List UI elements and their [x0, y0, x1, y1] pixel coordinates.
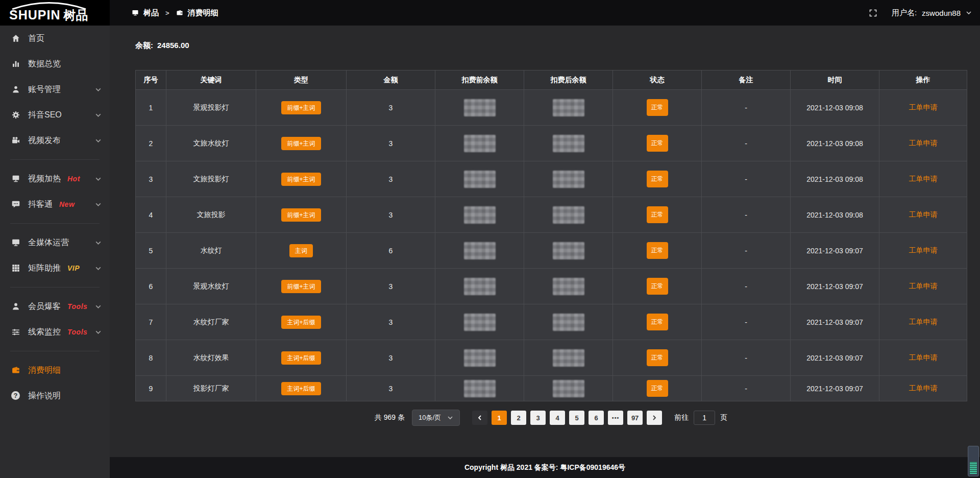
cell-index: 3 [136, 161, 166, 197]
cell-keyword: 文旅投影 [166, 197, 256, 233]
pager: 123456•••97 [472, 411, 662, 425]
goto-page-input[interactable] [694, 411, 715, 425]
cell-note: - [702, 126, 791, 161]
chevron-down-icon [95, 201, 102, 208]
status-badge: 正常 [647, 380, 668, 397]
sidebar-item-tag: Tools [67, 302, 87, 310]
logo-text-en: SHUPIN [9, 8, 60, 22]
page-size-select[interactable]: 10条/页 [412, 410, 460, 426]
ticket-apply-link[interactable]: 工单申请 [909, 246, 938, 254]
cell-time: 2021-12-03 09:07 [791, 233, 879, 269]
page-button-97[interactable]: 97 [627, 411, 643, 425]
cell-keyword: 水纹灯厂家 [166, 304, 256, 340]
username-value[interactable]: zswodun88 [922, 9, 961, 17]
sidebar-item-douketong[interactable]: 抖客通New [0, 192, 110, 217]
type-badge: 前缀+主词 [281, 208, 321, 222]
censored-balance-after [553, 171, 584, 188]
sidebar-item-data-overview[interactable]: 数据总览 [0, 51, 110, 77]
user-chevron-down-icon[interactable] [966, 10, 972, 16]
fullscreen-icon[interactable] [869, 9, 877, 17]
topbar: SHUPIN 树品 树品 > 消费明细 用户名: zswodun88 [0, 0, 980, 26]
column-header: 状态 [613, 70, 702, 90]
page-button-2[interactable]: 2 [511, 411, 526, 425]
type-badge: 前缀+主词 [281, 173, 321, 186]
page-button-3[interactable]: 3 [530, 411, 546, 425]
cell-time: 2021-12-03 09:07 [791, 340, 879, 376]
user2-icon [11, 302, 20, 311]
prev-page-button[interactable] [472, 411, 487, 425]
cell-note: - [702, 340, 791, 376]
sidebar-item-label: 线索监控 [28, 327, 61, 338]
cell-keyword: 投影灯厂家 [166, 376, 256, 401]
heat-icon [11, 174, 20, 183]
sidebar-item-matrix-boost[interactable]: 矩阵助推VIP [0, 255, 110, 281]
sidebar-item-tag: Hot [67, 175, 80, 183]
breadcrumb: 树品 > 消费明细 [132, 8, 218, 18]
sidebar-item-douyin-seo[interactable]: 抖音SEO [0, 102, 110, 128]
breadcrumb-wallet-icon [176, 9, 183, 16]
floating-chat-widget[interactable] [968, 446, 979, 476]
ticket-apply-link[interactable]: 工单申请 [909, 139, 938, 147]
page-button-5[interactable]: 5 [569, 411, 584, 425]
chevron-down-icon [95, 240, 102, 246]
table-row: 4文旅投影前缀+主词3正常-2021-12-03 09:08工单申请 [136, 197, 967, 233]
cell-amount: 3 [347, 376, 435, 401]
sidebar-item-tag: VIP [67, 264, 80, 272]
cell-note: - [702, 304, 791, 340]
sidebar-item-tag: New [59, 200, 75, 208]
monitor-icon [11, 238, 20, 247]
status-badge: 正常 [647, 242, 668, 259]
main-content: 余额: 24856.00 序号关键词类型金额扣费前余额扣费后余额状态备注时间操作… [110, 26, 980, 478]
sidebar-item-consume-detail[interactable]: 消费明细 [0, 357, 110, 383]
ticket-apply-link[interactable]: 工单申请 [909, 103, 938, 111]
cell-keyword: 文旅投影灯 [166, 161, 256, 197]
ticket-apply-link[interactable]: 工单申请 [909, 210, 938, 219]
cell-time: 2021-12-03 09:08 [791, 197, 879, 233]
chevron-down-icon [447, 415, 453, 421]
page-button-6[interactable]: 6 [589, 411, 604, 425]
ticket-apply-link[interactable]: 工单申请 [909, 175, 938, 183]
user-icon [11, 85, 20, 94]
chevron-down-icon [95, 86, 102, 93]
chart-icon [11, 59, 20, 68]
sidebar-item-all-media[interactable]: 全媒体运营 [0, 230, 110, 255]
sidebar-item-member-burst[interactable]: 会员爆客Tools [0, 294, 110, 319]
sidebar-item-lead-monitor[interactable]: 线索监控Tools [0, 319, 110, 345]
cell-time: 2021-12-03 09:08 [791, 126, 879, 161]
breadcrumb-root[interactable]: 树品 [143, 8, 159, 18]
chevron-down-icon [95, 176, 102, 182]
balance-label: 余额: [135, 41, 153, 51]
ticket-apply-link[interactable]: 工单申请 [909, 353, 938, 362]
goto-page: 前往 页 [674, 411, 727, 425]
ticket-apply-link[interactable]: 工单申请 [909, 318, 938, 326]
footer-copyright: Copyright 树品 2021 备案号: 粤ICP备09019646号 [464, 463, 625, 472]
chat-icon [11, 200, 20, 209]
ticket-apply-link[interactable]: 工单申请 [909, 384, 938, 392]
page-button-1[interactable]: 1 [492, 411, 507, 425]
footer: Copyright 树品 2021 备案号: 粤ICP备09019646号 [110, 457, 980, 478]
page-button-ellipsis[interactable]: ••• [608, 411, 623, 425]
ticket-apply-link[interactable]: 工单申请 [909, 282, 938, 290]
sidebar-item-label: 消费明细 [28, 365, 61, 376]
cell-note: - [702, 197, 791, 233]
cell-amount: 3 [347, 161, 435, 197]
sidebar-item-video-heat[interactable]: 视频加热Hot [0, 166, 110, 192]
table-header-row: 序号关键词类型金额扣费前余额扣费后余额状态备注时间操作 [136, 70, 967, 90]
balance-value: 24856.00 [157, 41, 189, 51]
table-row: 9投影灯厂家主词+后缀3正常-2021-12-03 09:07工单申请 [136, 376, 967, 401]
cell-note: - [702, 269, 791, 304]
sidebar-item-label: 全媒体运营 [28, 237, 69, 248]
sidebar-item-label: 数据总览 [28, 59, 61, 69]
page-button-4[interactable]: 4 [550, 411, 565, 425]
sidebar-item-account[interactable]: 账号管理 [0, 77, 110, 102]
sidebar-item-label: 抖客通 [28, 199, 53, 210]
sidebar-item-help[interactable]: 操作说明 [0, 383, 110, 409]
status-badge: 正常 [647, 206, 668, 224]
next-page-button[interactable] [647, 411, 662, 425]
sidebar-item-home[interactable]: 首页 [0, 26, 110, 51]
type-badge: 前缀+主词 [281, 137, 321, 150]
censored-balance-after [553, 99, 584, 116]
breadcrumb-current: 消费明细 [188, 8, 218, 18]
sidebar-item-video-publish[interactable]: 视频发布 [0, 128, 110, 153]
cell-amount: 3 [347, 340, 435, 376]
